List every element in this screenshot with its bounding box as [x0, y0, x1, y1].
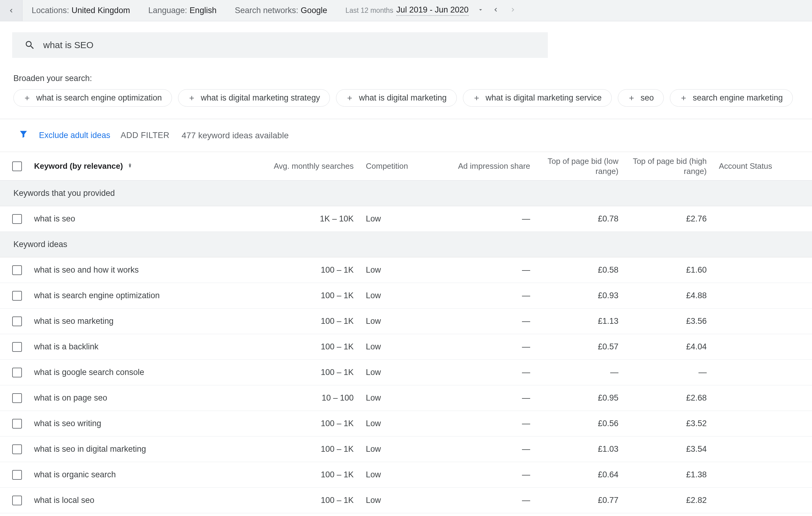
- date-small-label: Last 12 months: [345, 6, 393, 15]
- cell-bid-low: £0.77: [536, 496, 625, 505]
- chevron-left-icon: [492, 6, 499, 13]
- row-checkbox[interactable]: [12, 291, 22, 301]
- add-filter-button[interactable]: ADD FILTER: [120, 131, 170, 140]
- table-row[interactable]: what is seo marketing100 – 1KLow—£1.13£3…: [0, 308, 812, 334]
- cell-searches: 100 – 1K: [236, 368, 360, 377]
- language-label: Language:: [148, 6, 187, 15]
- back-button[interactable]: [0, 0, 23, 21]
- chip-label: what is digital marketing: [359, 93, 446, 103]
- top-filter-bar: Locations: United Kingdom Language: Engl…: [0, 0, 812, 21]
- select-all-checkbox[interactable]: [12, 161, 22, 171]
- cell-bid-low: £1.13: [536, 317, 625, 326]
- table-row[interactable]: what is seo writing100 – 1KLow—£0.56£3.5…: [0, 411, 812, 436]
- table-row[interactable]: what is seo in digital marketing100 – 1K…: [0, 436, 812, 462]
- table-row[interactable]: what is google search console100 – 1KLow…: [0, 360, 812, 385]
- cell-searches: 100 – 1K: [236, 470, 360, 480]
- cell-bid-high: £4.88: [625, 291, 713, 300]
- chip-label: seo: [641, 93, 654, 103]
- search-box[interactable]: what is SEO: [12, 32, 548, 58]
- broaden-chip[interactable]: what is digital marketing strategy: [178, 89, 330, 107]
- row-checkbox[interactable]: [12, 265, 22, 275]
- table-row[interactable]: what is local seo100 – 1KLow—£0.77£2.82: [0, 488, 812, 513]
- table-row[interactable]: what is on page seo10 – 100Low—£0.95£2.6…: [0, 385, 812, 411]
- col-header-keyword[interactable]: Keyword (by relevance): [34, 161, 236, 171]
- networks-segment[interactable]: Search networks: Google: [226, 6, 336, 15]
- row-checkbox[interactable]: [12, 444, 22, 454]
- table-row[interactable]: what is off page seo10 – 100Low—£0.47£2.…: [0, 513, 812, 516]
- cell-competition: Low: [360, 419, 448, 428]
- cell-bid-high: —: [625, 368, 713, 377]
- cell-impression: —: [448, 368, 536, 377]
- cell-searches: 100 – 1K: [236, 419, 360, 428]
- table-row[interactable]: what is seo1K – 10KLow—£0.78£2.76: [0, 206, 812, 232]
- cell-competition: Low: [360, 291, 448, 300]
- cell-bid-high: £1.60: [625, 265, 713, 275]
- col-header-impression[interactable]: Ad impression share: [448, 161, 536, 171]
- table-row[interactable]: what is organic search100 – 1KLow—£0.64£…: [0, 462, 812, 488]
- cell-impression: —: [448, 444, 536, 454]
- cell-competition: Low: [360, 214, 448, 224]
- language-value: English: [190, 6, 217, 15]
- cell-bid-high: £2.68: [625, 393, 713, 403]
- broaden-chip[interactable]: what is digital marketing: [336, 89, 457, 107]
- date-dropdown-icon[interactable]: [472, 6, 489, 15]
- date-next-button[interactable]: [510, 6, 516, 15]
- cell-bid-low: £0.95: [536, 393, 625, 403]
- row-checkbox[interactable]: [12, 419, 22, 429]
- broaden-chip[interactable]: search engine marketing: [670, 89, 793, 107]
- cell-searches: 100 – 1K: [236, 496, 360, 505]
- language-segment[interactable]: Language: English: [139, 6, 226, 15]
- date-prev-button[interactable]: [492, 6, 499, 15]
- cell-competition: Low: [360, 342, 448, 352]
- col-header-bid-low[interactable]: Top of page bid (low range): [536, 156, 625, 176]
- locations-value: United Kingdom: [71, 6, 130, 15]
- cell-impression: —: [448, 265, 536, 275]
- row-checkbox[interactable]: [12, 368, 22, 377]
- section-provided: Keywords that you provided: [0, 181, 812, 206]
- keyword-table: Keyword (by relevance) Avg. monthly sear…: [0, 152, 812, 516]
- filter-row: Exclude adult ideas ADD FILTER 477 keywo…: [0, 119, 812, 152]
- networks-label: Search networks:: [235, 6, 298, 15]
- table-row[interactable]: what is seo and how it works100 – 1KLow—…: [0, 257, 812, 283]
- cell-impression: —: [448, 470, 536, 480]
- networks-value: Google: [301, 6, 327, 15]
- chip-label: what is search engine optimization: [36, 93, 162, 103]
- col-header-status[interactable]: Account Status: [713, 161, 812, 171]
- cell-bid-low: £0.58: [536, 265, 625, 275]
- chevron-left-icon: [8, 7, 14, 14]
- cell-competition: Low: [360, 444, 448, 454]
- cell-keyword: what is seo in digital marketing: [34, 444, 236, 454]
- cell-searches: 1K – 10K: [236, 214, 360, 224]
- locations-segment[interactable]: Locations: United Kingdom: [23, 6, 139, 15]
- broaden-chip[interactable]: seo: [618, 89, 664, 107]
- cell-bid-low: —: [536, 368, 625, 377]
- row-checkbox[interactable]: [12, 214, 22, 224]
- broaden-chip[interactable]: what is search engine optimization: [13, 89, 172, 107]
- cell-bid-high: £3.52: [625, 419, 713, 428]
- cell-searches: 100 – 1K: [236, 444, 360, 454]
- row-checkbox[interactable]: [12, 342, 22, 352]
- table-row[interactable]: what is search engine optimization100 – …: [0, 283, 812, 308]
- filter-icon[interactable]: [18, 129, 29, 142]
- cell-impression: —: [448, 393, 536, 403]
- cell-competition: Low: [360, 317, 448, 326]
- row-checkbox[interactable]: [12, 470, 22, 480]
- table-row[interactable]: what is a backlink100 – 1KLow—£0.57£4.04: [0, 334, 812, 360]
- row-checkbox[interactable]: [12, 393, 22, 403]
- cell-keyword: what is on page seo: [34, 393, 236, 403]
- row-checkbox[interactable]: [12, 496, 22, 505]
- broaden-chip[interactable]: what is digital marketing service: [463, 89, 612, 107]
- table-header: Keyword (by relevance) Avg. monthly sear…: [0, 152, 812, 181]
- plus-icon: [680, 94, 687, 102]
- col-header-bid-high[interactable]: Top of page bid (high range): [625, 156, 713, 176]
- cell-competition: Low: [360, 496, 448, 505]
- row-checkbox[interactable]: [12, 317, 22, 326]
- plus-icon: [188, 94, 195, 102]
- date-range-segment[interactable]: Last 12 months Jul 2019 - Jun 2020: [336, 5, 516, 16]
- col-header-searches[interactable]: Avg. monthly searches: [236, 161, 360, 171]
- idea-count-label: 477 keyword ideas available: [182, 131, 289, 140]
- col-header-competition[interactable]: Competition: [360, 161, 448, 171]
- exclude-adult-link[interactable]: Exclude adult ideas: [39, 131, 110, 140]
- date-range-value: Jul 2019 - Jun 2020: [396, 5, 468, 16]
- cell-keyword: what is search engine optimization: [34, 291, 236, 300]
